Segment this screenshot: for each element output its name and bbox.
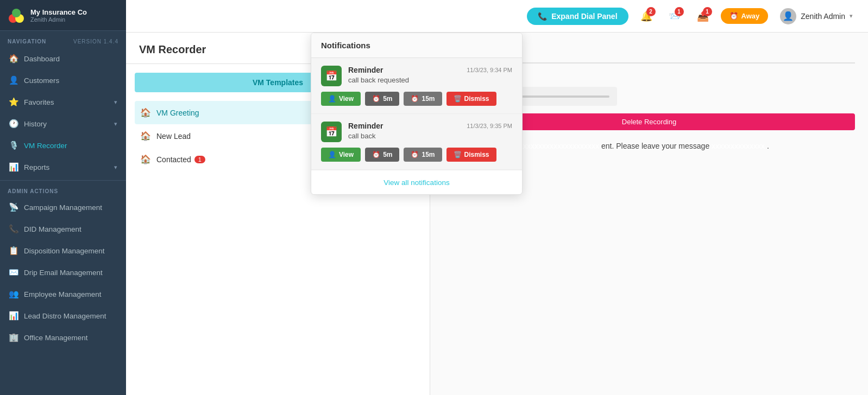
user-menu-button[interactable]: 👤 Zenith Admin ▾ <box>776 6 857 27</box>
expand-dial-button[interactable]: 📞 Expand Dial Panel <box>527 8 628 25</box>
view-all-notifications-link[interactable]: View all notifications <box>383 179 449 187</box>
clock-icon-3: ⏰ <box>372 151 380 158</box>
template-label-vm-greeting: VM Greeting <box>156 109 199 117</box>
chevron-down-icon-history: ▾ <box>114 120 117 128</box>
notif-view-button-1[interactable]: 👤 View <box>321 92 361 106</box>
person-icon-2: 👤 <box>328 151 336 158</box>
sidebar-item-favorites[interactable]: ⭐ Favorites ▾ <box>0 91 126 113</box>
sidebar-logo: My Insurance Co Zenith Admin <box>0 0 126 31</box>
office-icon: 🏢 <box>9 333 18 342</box>
sidebar-label-drip-email: Drip Email Management <box>24 269 103 277</box>
user-name: Zenith Admin <box>801 12 845 21</box>
clock-icon: ⏰ <box>729 12 738 20</box>
sidebar-item-history[interactable]: 🕐 History ▾ <box>0 113 126 135</box>
sidebar-label-disposition: Disposition Management <box>24 247 105 255</box>
notif-actions-2: 👤 View ⏰ 5m ⏰ 15m 🗑️ Dismiss <box>321 148 512 162</box>
reports-icon: 📊 <box>9 162 18 172</box>
notif-dismiss-button-1[interactable]: 🗑️ Dismiss <box>446 92 496 106</box>
sidebar-label-favorites: Favorites <box>24 98 54 106</box>
notif-body-2: Reminder 11/3/23, 9:35 PM call back <box>348 122 512 140</box>
mic-icon: 🎙️ <box>9 141 18 150</box>
sidebar-item-office[interactable]: 🏢 Office Management <box>0 327 126 348</box>
main-area: 📞 Expand Dial Panel 🔔 2 📨 1 📤 1 ⏰ Away 👤… <box>126 0 868 395</box>
nav-label: NAVIGATION VERSION 1.4.4 <box>0 31 126 48</box>
favorites-icon: ⭐ <box>9 97 18 107</box>
notification-item-2: 📅 Reminder 11/3/23, 9:35 PM call back 👤 … <box>311 114 522 170</box>
clock-icon-4: ⏰ <box>411 151 419 158</box>
logo-icon <box>8 7 25 24</box>
sidebar: My Insurance Co Zenith Admin NAVIGATION … <box>0 0 126 395</box>
campaign-icon: 📡 <box>9 202 18 212</box>
template-label-new-lead: New Lead <box>156 132 191 141</box>
history-icon: 🕐 <box>9 119 18 129</box>
sidebar-label-did: DID Management <box>24 225 81 233</box>
customers-icon: 👤 <box>9 75 18 85</box>
sidebar-label-vm-recorder: VM Recorder <box>24 142 67 150</box>
notif-view-button-2[interactable]: 👤 View <box>321 148 361 162</box>
notif-body-1: Reminder 11/3/23, 9:34 PM call back requ… <box>348 66 512 84</box>
sidebar-item-dashboard[interactable]: 🏠 Dashboard <box>0 48 126 69</box>
vm-badge: 1 <box>675 7 684 16</box>
sidebar-divider <box>0 180 126 181</box>
template-label-contacted: Contacted <box>156 155 191 164</box>
notif-snooze15-button-1[interactable]: ⏰ 15m <box>404 92 442 106</box>
sidebar-item-customers[interactable]: 👤 Customers <box>0 69 126 91</box>
company-name: My Insurance Co <box>30 8 87 16</box>
away-label: Away <box>741 12 760 20</box>
calendar-icon-2: 📅 <box>321 122 342 142</box>
notif-title-2: Reminder <box>348 122 383 130</box>
notif-dismiss-button-2[interactable]: 🗑️ Dismiss <box>446 148 496 162</box>
sidebar-label-reports: Reports <box>24 163 49 171</box>
send-badge: 1 <box>703 7 712 16</box>
did-icon: 📞 <box>9 224 18 234</box>
notif-snooze15-button-2[interactable]: ⏰ 15m <box>404 148 442 162</box>
sidebar-item-disposition[interactable]: 📋 Disposition Management <box>0 240 126 262</box>
sidebar-item-employee[interactable]: 👥 Employee Management <box>0 283 126 305</box>
notif-time-1: 11/3/23, 9:34 PM <box>467 67 512 73</box>
notif-snooze5-button-1[interactable]: ⏰ 5m <box>365 92 399 106</box>
template-home-icon-vm-greeting: 🏠 <box>140 107 151 118</box>
notif-snooze5-button-2[interactable]: ⏰ 5m <box>365 148 399 162</box>
template-home-icon-contacted: 🏠 <box>140 154 151 164</box>
phone-icon: 📞 <box>538 12 547 21</box>
drip-email-icon: ✉️ <box>9 267 18 277</box>
notifications-header: Notifications <box>311 33 522 58</box>
lead-distro-icon: 📊 <box>9 311 18 321</box>
disposition-icon: 📋 <box>9 246 18 256</box>
sidebar-item-vm-recorder[interactable]: 🎙️ VM Recorder <box>0 135 126 156</box>
notif-desc-2: call back <box>348 132 512 140</box>
notification-item-1: 📅 Reminder 11/3/23, 9:34 PM call back re… <box>311 58 522 114</box>
chevron-down-icon-reports: ▾ <box>114 164 117 171</box>
topbar: 📞 Expand Dial Panel 🔔 2 📨 1 📤 1 ⏰ Away 👤… <box>126 0 868 33</box>
notifications-footer: View all notifications <box>311 170 522 194</box>
clock-icon-1: ⏰ <box>372 95 380 103</box>
sidebar-label-campaign: Campaign Management <box>24 203 102 212</box>
bell-badge: 2 <box>646 7 656 16</box>
trash-icon-2: 🗑️ <box>454 151 462 158</box>
sidebar-item-drip-email[interactable]: ✉️ Drip Email Management <box>0 262 126 283</box>
employee-icon: 👥 <box>9 289 18 299</box>
voicemail-button[interactable]: 📨 1 <box>664 6 685 27</box>
svg-point-2 <box>12 9 21 17</box>
away-button[interactable]: ⏰ Away <box>721 8 769 24</box>
sidebar-item-reports[interactable]: 📊 Reports ▾ <box>0 156 126 178</box>
sidebar-item-lead-distro[interactable]: 📊 Lead Distro Management <box>0 305 126 327</box>
home-icon: 🏠 <box>9 54 18 63</box>
template-home-icon-new-lead: 🏠 <box>140 131 151 141</box>
sidebar-label-lead-distro: Lead Distro Management <box>24 312 106 320</box>
bell-button[interactable]: 🔔 2 <box>636 6 657 27</box>
contacted-badge: 1 <box>194 156 205 163</box>
notif-desc-1: call back requested <box>348 76 512 84</box>
notif-actions-1: 👤 View ⏰ 5m ⏰ 15m 🗑️ Dismiss <box>321 92 512 106</box>
trash-icon-1: 🗑️ <box>454 95 462 103</box>
person-icon-1: 👤 <box>328 95 336 103</box>
user-avatar: 👤 <box>780 8 796 24</box>
notif-title-1: Reminder <box>348 66 383 74</box>
send-button[interactable]: 📤 1 <box>693 6 713 27</box>
clock-icon-2: ⏰ <box>411 95 419 103</box>
sidebar-label-office: Office Management <box>24 334 88 342</box>
notifications-popup: Notifications 📅 Reminder 11/3/23, 9:34 P… <box>311 33 523 195</box>
sidebar-item-did[interactable]: 📞 DID Management <box>0 218 126 240</box>
calendar-icon-1: 📅 <box>321 66 342 86</box>
sidebar-item-campaign[interactable]: 📡 Campaign Management <box>0 196 126 218</box>
